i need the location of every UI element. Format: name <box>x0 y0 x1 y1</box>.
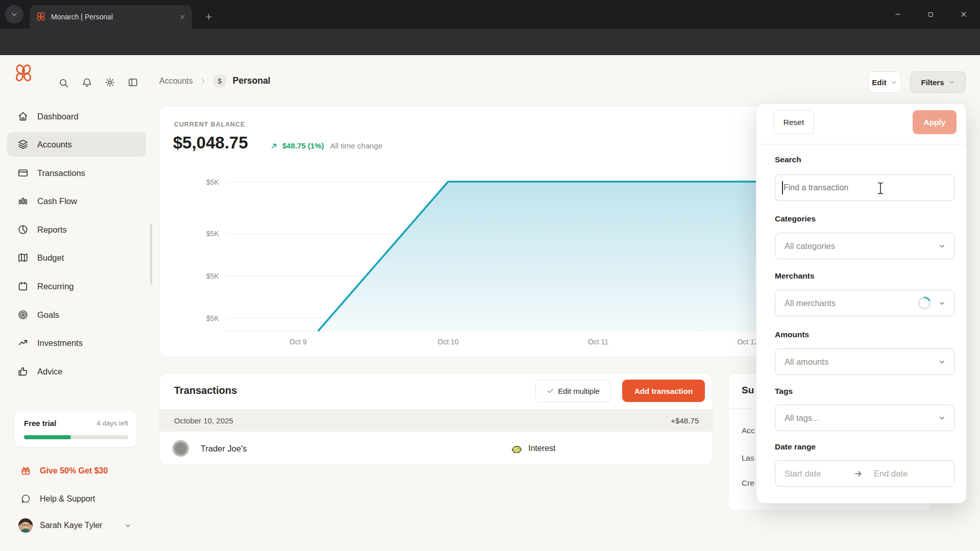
merchant-name: Trader Joe's <box>201 444 247 454</box>
breadcrumb: Accounts $ Personal <box>159 74 271 87</box>
browser-tab[interactable]: Monarch | Personal <box>30 5 192 29</box>
referral-link[interactable]: Give 50% Get $30 <box>20 465 108 476</box>
filters-button[interactable]: Filters <box>910 71 966 93</box>
edit-multiple-label: Edit multiple <box>558 387 600 395</box>
chevron-right-icon <box>200 78 207 85</box>
arrow-right-icon <box>854 469 863 478</box>
categories-select[interactable]: All categories <box>775 233 954 259</box>
sidebar-item-label: Accounts <box>37 140 72 149</box>
date-range-input[interactable]: Start date End date <box>775 460 954 487</box>
sidebar-item-reports[interactable]: Reports <box>7 217 146 242</box>
transactions-card: Transactions Edit multiple Add transacti… <box>159 373 713 465</box>
tab-close-icon[interactable] <box>179 14 186 20</box>
categories-value: All categories <box>785 241 835 251</box>
close-icon <box>960 11 967 18</box>
profile-name: Sarah Kaye Tyler <box>40 521 117 530</box>
sidebar-item-accounts[interactable]: Accounts <box>7 132 146 157</box>
settings-button[interactable] <box>105 77 115 88</box>
add-transaction-label: Add transaction <box>634 387 693 395</box>
browser-toolbar: app.monarchmoney.com/accounts/details/22… <box>0 29 980 55</box>
amounts-value: All amounts <box>785 357 828 367</box>
check-icon <box>547 387 554 394</box>
filters-popup: Reset Apply Search Categories All catego… <box>756 103 967 504</box>
trial-title: Free trial <box>24 419 56 428</box>
sidebar-search-button[interactable] <box>58 78 69 88</box>
merchant-logo <box>172 440 189 457</box>
sidebar-item-label: Goals <box>37 310 59 320</box>
trend-up-icon <box>17 337 29 348</box>
loading-spinner <box>917 296 932 310</box>
sidebar-item-dashboard[interactable]: Dashboard <box>7 104 146 129</box>
popup-divider <box>756 144 966 144</box>
apply-button-label: Apply <box>923 118 945 127</box>
x-tick: Oct 11 <box>588 338 608 346</box>
sidebar-item-investments[interactable]: Investments <box>7 331 146 355</box>
edit-button[interactable]: Edit <box>868 71 901 93</box>
sidebar-item-transactions[interactable]: Transactions <box>7 161 146 185</box>
referral-label: Give 50% Get $30 <box>40 466 108 475</box>
chevron-down-icon <box>11 11 18 18</box>
collapse-sidebar-button[interactable] <box>128 77 138 88</box>
window-maximize-button[interactable] <box>918 4 943 24</box>
chevron-down-icon <box>124 522 132 530</box>
trial-progress-fill <box>24 435 71 439</box>
summary-row-fragment: Las <box>742 454 754 463</box>
chevron-down-icon <box>938 242 946 250</box>
balance-change-value: $48.75 (1%) <box>282 141 324 150</box>
transaction-row[interactable]: Trader Joe's Interest <box>160 432 713 465</box>
add-transaction-button[interactable]: Add transaction <box>622 380 705 402</box>
end-date-placeholder: End date <box>874 469 908 479</box>
balance-change-note: All time change <box>330 141 383 150</box>
x-tick: Oct 10 <box>437 338 458 346</box>
sidebar-item-budget[interactable]: Budget <box>7 245 146 270</box>
amounts-select[interactable]: All amounts <box>775 348 954 375</box>
sidebar-item-recurring[interactable]: Recurring <box>7 274 146 298</box>
sidebar-item-label: Reports <box>37 225 67 235</box>
transactions-title: Transactions <box>174 385 237 396</box>
sidebar: Dashboard Accounts Transactions Cash Flo… <box>0 55 153 551</box>
merchants-select[interactable]: All merchants <box>775 290 954 316</box>
sidebar-item-label: Transactions <box>37 168 85 178</box>
sidebar-item-cash-flow[interactable]: Cash Flow <box>7 189 146 213</box>
tab-title: Monarch | Personal <box>51 13 179 21</box>
help-support-link[interactable]: Help & Support <box>20 493 95 504</box>
sidebar-item-advice[interactable]: Advice <box>7 359 146 384</box>
sidebar-item-goals[interactable]: Goals <box>7 303 146 327</box>
monarch-logo[interactable] <box>13 63 34 84</box>
sidebar-panel-icon <box>128 77 138 88</box>
y-tick: $5K <box>206 314 219 322</box>
reset-button[interactable]: Reset <box>773 110 814 134</box>
text-caret <box>782 181 783 194</box>
arrow-up-right-icon <box>270 142 278 150</box>
chevron-down-icon <box>938 358 946 366</box>
sidebar-item-label: Investments <box>37 338 83 348</box>
new-tab-button[interactable] <box>200 8 217 26</box>
search-input[interactable] <box>775 174 954 201</box>
apply-button[interactable]: Apply <box>913 110 957 134</box>
window-minimize-button[interactable] <box>886 4 910 24</box>
trial-progress-track <box>24 435 128 439</box>
trial-days-left: 4 days left <box>96 419 128 427</box>
chevron-down-icon <box>938 299 946 307</box>
y-tick: $5K <box>206 230 219 238</box>
categories-label: Categories <box>775 214 816 223</box>
breadcrumb-accounts-link[interactable]: Accounts <box>159 77 193 86</box>
category-cell[interactable]: Interest <box>511 443 555 455</box>
account-type-badge: $ <box>213 74 226 87</box>
window-close-button[interactable] <box>951 4 976 24</box>
x-tick: Oct 12 <box>737 338 758 346</box>
edit-multiple-button[interactable]: Edit multiple <box>535 380 611 402</box>
tags-select[interactable]: All tags... <box>775 405 954 431</box>
chevron-down-icon <box>938 414 946 422</box>
tab-search-button[interactable] <box>5 5 23 23</box>
transaction-group-header: October 10, 2025 +$48.75 <box>160 409 713 432</box>
ibeam-cursor-icon <box>877 182 884 195</box>
sidebar-scrollbar[interactable] <box>150 223 152 285</box>
chat-bubble-icon <box>20 493 31 504</box>
notifications-button[interactable] <box>82 77 92 88</box>
bell-icon <box>82 77 92 88</box>
summary-row-fragment: Cre <box>742 479 754 488</box>
profile-menu[interactable]: Sarah Kaye Tyler <box>18 518 141 533</box>
target-icon <box>17 309 29 320</box>
reset-button-label: Reset <box>783 118 804 127</box>
